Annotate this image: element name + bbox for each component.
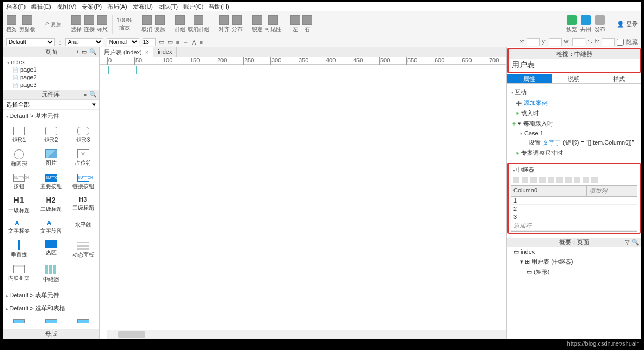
menu-team[interactable]: 团队(T) (158, 3, 178, 10)
widget-h3[interactable]: H3三级标题 (67, 193, 99, 217)
ribbon-preview[interactable]: 预览 (566, 15, 577, 33)
menu-view[interactable]: 视图(V) (57, 3, 77, 10)
section-repeater[interactable]: 中继器 (509, 164, 640, 176)
widget-placeholder[interactable]: 占位符 (67, 147, 99, 171)
tab-properties[interactable]: 属性 (507, 74, 552, 84)
widget-link-button[interactable]: BUTTON链接按钮 (67, 172, 99, 193)
menu-project[interactable]: 专案(P) (82, 3, 102, 10)
event-itemload[interactable]: ▾ 每项载入时 (507, 118, 641, 129)
widget-image[interactable]: 图片 (35, 147, 67, 171)
lib-menu-icon[interactable]: ≡ (84, 91, 87, 98)
repeater-data-table[interactable]: Column0添加列 1 2 3 添加行 (511, 185, 637, 232)
widget-menu-preview[interactable] (3, 317, 35, 327)
lib-cat-menu[interactable]: Default > 选单和表格 (3, 302, 99, 315)
page-page3[interactable]: page3 (6, 81, 96, 89)
ribbon-ungroup[interactable]: 取消 (141, 15, 152, 33)
widget-iframe[interactable]: 内联框架 (3, 262, 35, 286)
search-icon[interactable]: 🔍 (89, 48, 97, 55)
fill-icon[interactable]: ▭ (159, 39, 164, 46)
ribbon-share[interactable]: 共用 (580, 15, 591, 33)
ribbon-right[interactable]: 右 (302, 15, 312, 33)
widget-paragraph[interactable]: A≡文字段落 (35, 217, 67, 238)
tab-style[interactable]: 样式 (597, 74, 641, 84)
ribbon-publish[interactable]: 发布 (595, 15, 605, 33)
y-input[interactable] (549, 38, 562, 46)
table-row[interactable]: 3 (511, 213, 637, 221)
ribbon-left[interactable]: 左 (290, 15, 300, 33)
filter-icon[interactable]: ▽ (625, 239, 629, 246)
widget-name-field[interactable]: 用户表 (509, 59, 640, 72)
widget-button[interactable]: BUTTON按钮 (3, 172, 35, 193)
widget-h2[interactable]: H2二级标题 (35, 193, 67, 217)
library-select[interactable]: 选择全部▾ (3, 99, 99, 109)
outline-index[interactable]: ▭ index (507, 247, 641, 257)
widget-dynamic-panel[interactable]: 动态面板 (67, 238, 99, 262)
tab-usertable[interactable]: 用户表 (index)× (100, 47, 153, 57)
lib-cat-basic[interactable]: Default > 基本元件 (3, 109, 99, 122)
widget-ellipse[interactable]: 椭圆形 (3, 147, 35, 171)
ribbon-zoom[interactable]: 100%缩放 (117, 17, 132, 32)
tab-notes[interactable]: 说明 (552, 74, 596, 84)
hidden-checkbox[interactable] (617, 38, 624, 46)
outline-repeater[interactable]: ▾ ⊞ 用户表 (中继器) (507, 257, 641, 267)
align-left-icon[interactable]: ≡ (199, 39, 202, 46)
page-page1[interactable]: page1 (6, 66, 96, 73)
close-icon[interactable]: × (145, 49, 148, 55)
widget-h1[interactable]: H1一级标题 (3, 193, 35, 217)
add-row[interactable]: 添加行 (511, 221, 637, 231)
action-settext[interactable]: 设置 文字于 (矩形) = "[[Item.Column0]]" (507, 138, 641, 148)
eyedropper-icon[interactable]: ⌂ (58, 39, 62, 46)
widget-hr[interactable]: 水平线 (67, 217, 99, 238)
menu-arrange[interactable]: 布局(A) (107, 3, 127, 10)
ribbon-dist[interactable]: 分布 (232, 15, 243, 33)
ribbon-connect[interactable]: 连接 (84, 15, 95, 33)
ribbon-group[interactable]: 复原 (154, 15, 165, 33)
w-input[interactable] (572, 38, 585, 46)
font-select[interactable]: Arial (65, 38, 103, 46)
add-folder-icon[interactable]: ▭ (82, 48, 87, 55)
add-page-icon[interactable]: + (76, 48, 79, 55)
ribbon-vis[interactable]: 可见性 (265, 15, 281, 33)
lib-cat-form[interactable]: Default > 表单元件 (3, 289, 99, 302)
add-column[interactable]: 添加列 (587, 186, 609, 196)
ribbon-file[interactable]: 档案 (6, 15, 17, 33)
canvas[interactable] (107, 65, 506, 330)
table-row[interactable]: 2 (511, 205, 637, 213)
widget-vline[interactable]: 垂直线 (3, 238, 35, 262)
add-case-link[interactable]: 添加案例 (507, 98, 641, 108)
ribbon-lock[interactable]: 锁定 (252, 15, 263, 33)
linew-icon[interactable]: ≡ (176, 39, 179, 46)
case-1[interactable]: Case 1 (507, 129, 641, 138)
event-resize[interactable]: 专案调整尺寸时 (507, 148, 641, 158)
ribbon-clipboard[interactable]: 剪贴板 (19, 15, 35, 33)
login-button[interactable]: 👤 登录 (612, 20, 638, 28)
tab-index[interactable]: index (153, 47, 177, 57)
menu-help[interactable]: 帮助(H) (209, 3, 229, 10)
col-header[interactable]: Column0 (511, 186, 587, 196)
ribbon-ungroup2[interactable]: 取消群组 (188, 15, 209, 33)
widget-primary-button[interactable]: BUTTON主要按钮 (35, 172, 67, 193)
menu-publish[interactable]: 发布(U) (133, 3, 153, 10)
ribbon-select[interactable]: 选择 (71, 15, 82, 33)
scrollbar-horizontal[interactable] (107, 330, 506, 339)
style-select[interactable]: Default (6, 38, 55, 46)
menu-account[interactable]: 账户(C) (183, 3, 203, 10)
ribbon-align[interactable]: 对齐 (219, 15, 230, 33)
masters-panel-title[interactable]: 母版 (3, 329, 99, 339)
lib-search-icon[interactable]: 🔍 (89, 91, 97, 98)
menu-file[interactable]: 档案(F) (6, 3, 26, 10)
rep-tool-icon[interactable] (513, 177, 519, 183)
widget-hotspot[interactable]: 热区 (35, 238, 67, 262)
outline-rect[interactable]: ▭ (矩形) (507, 267, 641, 277)
widget-rect3[interactable]: 矩形3 (67, 124, 99, 147)
weight-select[interactable]: Normal (107, 38, 139, 46)
ribbon-undo[interactable]: ↶ 复原 (45, 21, 61, 28)
ribbon-group2[interactable]: 群组 (175, 15, 185, 33)
h-input[interactable] (602, 38, 615, 46)
ribbon-pen[interactable]: 标尺 (97, 15, 108, 33)
search-icon[interactable]: 🔍 (631, 239, 639, 246)
arrow-icon[interactable]: → (183, 39, 189, 46)
lock-wh-icon[interactable]: ⇋ (587, 38, 592, 46)
widget-repeater[interactable]: 中继器 (35, 262, 67, 286)
event-onload[interactable]: 载入时 (507, 108, 641, 118)
